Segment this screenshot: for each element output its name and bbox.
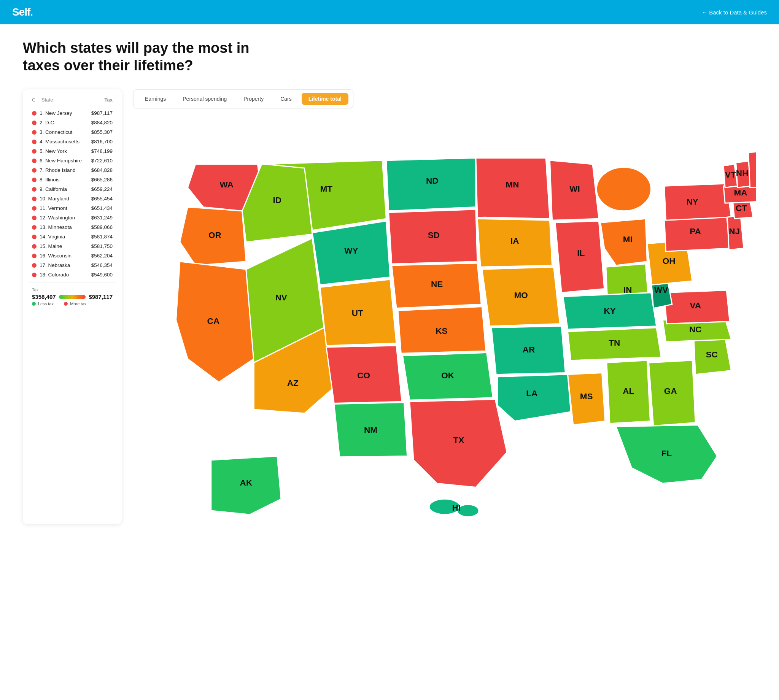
table-row: 6. New Hampshire $722,610 (29, 156, 116, 165)
less-tax-dot (32, 302, 36, 306)
state-ak (211, 456, 281, 515)
state-dot (32, 140, 37, 144)
state-ar (491, 326, 565, 375)
state-name: 16. Wisconsin (40, 253, 72, 258)
table-row: 14. Virginia $581,874 (29, 232, 116, 242)
state-dot (32, 206, 37, 211)
state-dot (32, 120, 37, 125)
tab-lifetime-total[interactable]: Lifetime total (302, 93, 349, 105)
table-row: 17. Nebraska $546,354 (29, 260, 116, 270)
state-name: 9. California (40, 186, 67, 192)
table-row: 13. Minnesota $589,066 (29, 222, 116, 232)
state-fl (616, 425, 717, 483)
state-tax: $549,600 (91, 272, 113, 278)
state-dot (32, 130, 37, 135)
state-or (180, 207, 246, 266)
map-container: WA OR CA ID NV AZ (133, 117, 756, 524)
state-name: 11. Vermont (40, 205, 67, 211)
table-row: 2. D.C. $884,820 (29, 118, 116, 127)
col-state-header: C State (32, 97, 53, 103)
tab-earnings[interactable]: Earnings (138, 93, 173, 105)
state-name: 2. D.C. (40, 120, 55, 125)
state-tax: $562,204 (91, 253, 113, 258)
state-hi2 (457, 505, 479, 517)
table-row: 7. Rhode Island $684,828 (29, 165, 116, 175)
state-nm (334, 403, 407, 457)
state-ut (320, 280, 396, 346)
state-tax: $659,224 (91, 186, 113, 192)
state-dot (32, 244, 37, 249)
state-ny (664, 183, 731, 220)
state-dot (32, 149, 37, 153)
table-row: 3. Connecticut $855,307 (29, 127, 116, 137)
legend-min: $358,407 (32, 293, 56, 300)
state-ms (568, 373, 605, 425)
tab-cars[interactable]: Cars (274, 93, 299, 105)
state-tax: $722,610 (91, 158, 113, 163)
table-row: 5. New York $748,199 (29, 147, 116, 156)
state-ca (176, 262, 254, 382)
state-name: 4. Massachusetts (40, 139, 80, 145)
table-row: 10. Maryland $655,454 (29, 194, 116, 203)
more-tax-label: More tax (70, 302, 86, 306)
state-nj (727, 216, 744, 250)
state-al (607, 360, 651, 423)
state-tax: $884,820 (91, 120, 113, 125)
header: Self. ← Back to Data & Guides (0, 0, 779, 24)
right-panel: Earnings Personal spending Property Cars… (133, 89, 756, 524)
state-tax: $546,354 (91, 262, 113, 268)
state-vt (724, 164, 737, 187)
state-dot (32, 158, 37, 163)
table-row: 11. Vermont $651,434 (29, 203, 116, 213)
state-dot (32, 178, 37, 182)
state-mi-upper (596, 167, 651, 211)
table-row: 12. Washington $631,249 (29, 213, 116, 222)
state-name: 18. Colorado (40, 272, 69, 278)
state-dot (32, 253, 37, 258)
state-name: 5. New York (40, 148, 67, 154)
back-link[interactable]: ← Back to Data & Guides (702, 9, 767, 16)
state-dot (32, 187, 37, 192)
state-name: 6. New Hampshire (40, 158, 82, 163)
state-name: 7. Rhode Island (40, 167, 76, 173)
table-row: 18. Colorado $549,600 (29, 270, 116, 280)
state-name: 14. Virginia (40, 234, 65, 240)
state-dot (32, 197, 37, 201)
state-la (497, 375, 570, 421)
state-hi (429, 499, 460, 515)
tab-personal-spending[interactable]: Personal spending (176, 93, 234, 105)
state-co (326, 346, 402, 403)
state-name: 15. Maine (40, 243, 62, 249)
state-wi (550, 160, 599, 220)
state-name: 17. Nebraska (40, 262, 70, 268)
less-tax-label: Less tax (38, 302, 53, 306)
more-tax-dot (64, 302, 68, 306)
table-row: 8. Illinois $665,286 (29, 175, 116, 184)
state-name: 10. Maryland (40, 196, 69, 202)
state-sd (389, 210, 477, 264)
state-tax: $987,117 (91, 110, 113, 116)
state-me (749, 150, 756, 187)
logo: Self. (12, 6, 33, 18)
state-va (664, 290, 729, 324)
state-tax: $665,286 (91, 177, 113, 183)
col-tax-header: Tax (105, 97, 113, 103)
state-dot (32, 225, 37, 230)
state-tax: $684,828 (91, 167, 113, 173)
state-name: 12. Washington (40, 215, 75, 220)
state-name: 8. Illinois (40, 177, 60, 183)
state-ga (649, 360, 695, 426)
state-ks (398, 307, 486, 353)
state-dot (32, 273, 37, 277)
state-tax: $631,249 (91, 215, 113, 220)
state-tax: $855,307 (91, 129, 113, 135)
legend-max: $987,117 (88, 293, 113, 300)
state-tax: $748,199 (91, 148, 113, 154)
state-dot (32, 216, 37, 220)
state-dot (32, 263, 37, 268)
table-row: 1. New Jersey $987,117 (29, 108, 116, 118)
table-row: 9. California $659,224 (29, 184, 116, 194)
state-mo (482, 267, 560, 326)
state-name: 3. Connecticut (40, 129, 72, 135)
tab-property[interactable]: Property (237, 93, 270, 105)
